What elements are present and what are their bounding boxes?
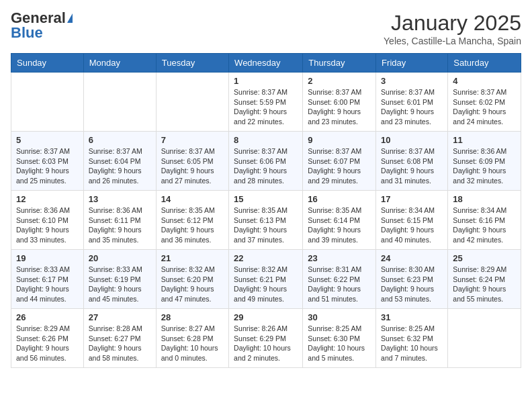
calendar-cell xyxy=(11,73,84,132)
calendar-cell: 1Sunrise: 8:37 AMSunset: 5:59 PMDaylight… xyxy=(229,73,303,132)
calendar-cell: 16Sunrise: 8:35 AMSunset: 6:14 PMDayligh… xyxy=(303,191,376,250)
calendar-cell: 28Sunrise: 8:27 AMSunset: 6:28 PMDayligh… xyxy=(156,309,228,368)
day-number: 8 xyxy=(234,135,298,145)
header-monday: Monday xyxy=(83,54,156,73)
day-info: Sunrise: 8:37 AMSunset: 6:08 PMDaylight:… xyxy=(381,146,443,186)
day-number: 4 xyxy=(453,76,516,86)
day-info: Sunrise: 8:37 AMSunset: 6:00 PMDaylight:… xyxy=(308,87,371,127)
day-number: 5 xyxy=(16,135,79,145)
day-info: Sunrise: 8:34 AMSunset: 6:15 PMDaylight:… xyxy=(381,205,443,245)
day-info: Sunrise: 8:29 AMSunset: 6:26 PMDaylight:… xyxy=(16,324,79,363)
day-info: Sunrise: 8:32 AMSunset: 6:20 PMDaylight:… xyxy=(161,265,224,304)
day-number: 1 xyxy=(234,76,298,86)
day-number: 11 xyxy=(453,135,516,145)
day-info: Sunrise: 8:29 AMSunset: 6:24 PMDaylight:… xyxy=(453,265,516,304)
day-number: 20 xyxy=(89,253,151,263)
calendar-cell: 29Sunrise: 8:26 AMSunset: 6:29 PMDayligh… xyxy=(229,309,303,368)
calendar-cell: 20Sunrise: 8:33 AMSunset: 6:19 PMDayligh… xyxy=(83,250,156,309)
week-row-4: 26Sunrise: 8:29 AMSunset: 6:26 PMDayligh… xyxy=(11,309,521,368)
calendar-cell xyxy=(448,309,521,368)
logo-icon xyxy=(67,13,73,23)
page-header: General Blue January 2025 Yeles, Castill… xyxy=(11,11,521,46)
day-info: Sunrise: 8:30 AMSunset: 6:23 PMDaylight:… xyxy=(381,265,443,304)
day-info: Sunrise: 8:37 AMSunset: 6:02 PMDaylight:… xyxy=(453,87,516,127)
day-number: 16 xyxy=(308,194,371,204)
week-row-0: 1Sunrise: 8:37 AMSunset: 5:59 PMDaylight… xyxy=(11,73,521,132)
day-number: 26 xyxy=(16,312,79,322)
calendar-cell: 21Sunrise: 8:32 AMSunset: 6:20 PMDayligh… xyxy=(156,250,228,309)
day-info: Sunrise: 8:36 AMSunset: 6:11 PMDaylight:… xyxy=(89,205,151,245)
week-row-3: 19Sunrise: 8:33 AMSunset: 6:17 PMDayligh… xyxy=(11,250,521,309)
calendar-cell: 23Sunrise: 8:31 AMSunset: 6:22 PMDayligh… xyxy=(303,250,376,309)
day-number: 2 xyxy=(308,76,371,86)
calendar-cell: 10Sunrise: 8:37 AMSunset: 6:08 PMDayligh… xyxy=(376,132,448,191)
calendar-cell: 12Sunrise: 8:36 AMSunset: 6:10 PMDayligh… xyxy=(11,191,84,250)
day-number: 25 xyxy=(453,253,516,263)
day-number: 24 xyxy=(381,253,443,263)
calendar-cell: 11Sunrise: 8:36 AMSunset: 6:09 PMDayligh… xyxy=(448,132,521,191)
calendar-cell: 4Sunrise: 8:37 AMSunset: 6:02 PMDaylight… xyxy=(448,73,521,132)
calendar-table: SundayMondayTuesdayWednesdayThursdayFrid… xyxy=(11,53,521,368)
calendar-cell: 15Sunrise: 8:35 AMSunset: 6:13 PMDayligh… xyxy=(229,191,303,250)
day-number: 30 xyxy=(308,312,371,322)
day-number: 13 xyxy=(89,194,151,204)
calendar-cell: 17Sunrise: 8:34 AMSunset: 6:15 PMDayligh… xyxy=(376,191,448,250)
day-info: Sunrise: 8:34 AMSunset: 6:16 PMDaylight:… xyxy=(453,205,516,245)
day-number: 3 xyxy=(381,76,443,86)
calendar-cell: 6Sunrise: 8:37 AMSunset: 6:04 PMDaylight… xyxy=(83,132,156,191)
calendar-cell: 9Sunrise: 8:37 AMSunset: 6:07 PMDaylight… xyxy=(303,132,376,191)
week-row-1: 5Sunrise: 8:37 AMSunset: 6:03 PMDaylight… xyxy=(11,132,521,191)
calendar-cell: 2Sunrise: 8:37 AMSunset: 6:00 PMDaylight… xyxy=(303,73,376,132)
day-info: Sunrise: 8:33 AMSunset: 6:17 PMDaylight:… xyxy=(16,265,79,304)
location-title: Yeles, Castille-La Mancha, Spain xyxy=(384,36,521,46)
logo-general: General xyxy=(11,11,66,26)
day-info: Sunrise: 8:37 AMSunset: 6:05 PMDaylight:… xyxy=(161,146,224,186)
header-friday: Friday xyxy=(376,54,448,73)
calendar-cell: 25Sunrise: 8:29 AMSunset: 6:24 PMDayligh… xyxy=(448,250,521,309)
calendar-cell: 14Sunrise: 8:35 AMSunset: 6:12 PMDayligh… xyxy=(156,191,228,250)
day-number: 18 xyxy=(453,194,516,204)
header-thursday: Thursday xyxy=(303,54,376,73)
day-number: 14 xyxy=(161,194,224,204)
calendar-cell: 18Sunrise: 8:34 AMSunset: 6:16 PMDayligh… xyxy=(448,191,521,250)
day-info: Sunrise: 8:37 AMSunset: 6:01 PMDaylight:… xyxy=(381,87,443,127)
day-number: 22 xyxy=(234,253,298,263)
header-wednesday: Wednesday xyxy=(229,54,303,73)
day-number: 27 xyxy=(89,312,151,322)
month-title: January 2025 xyxy=(384,11,521,36)
day-number: 17 xyxy=(381,194,443,204)
logo: General Blue xyxy=(11,11,73,40)
day-number: 10 xyxy=(381,135,443,145)
calendar-cell: 27Sunrise: 8:28 AMSunset: 6:27 PMDayligh… xyxy=(83,309,156,368)
calendar-cell: 13Sunrise: 8:36 AMSunset: 6:11 PMDayligh… xyxy=(83,191,156,250)
calendar-cell: 22Sunrise: 8:32 AMSunset: 6:21 PMDayligh… xyxy=(229,250,303,309)
day-info: Sunrise: 8:36 AMSunset: 6:09 PMDaylight:… xyxy=(453,146,516,186)
day-info: Sunrise: 8:33 AMSunset: 6:19 PMDaylight:… xyxy=(89,265,151,304)
day-info: Sunrise: 8:37 AMSunset: 6:04 PMDaylight:… xyxy=(89,146,151,186)
day-info: Sunrise: 8:31 AMSunset: 6:22 PMDaylight:… xyxy=(308,265,371,304)
calendar-cell xyxy=(83,73,156,132)
title-area: January 2025 Yeles, Castille-La Mancha, … xyxy=(384,11,521,46)
day-number: 23 xyxy=(308,253,371,263)
header-row: SundayMondayTuesdayWednesdayThursdayFrid… xyxy=(11,54,521,73)
day-info: Sunrise: 8:27 AMSunset: 6:28 PMDaylight:… xyxy=(161,324,224,363)
calendar-cell: 31Sunrise: 8:25 AMSunset: 6:32 PMDayligh… xyxy=(376,309,448,368)
calendar-cell: 3Sunrise: 8:37 AMSunset: 6:01 PMDaylight… xyxy=(376,73,448,132)
header-tuesday: Tuesday xyxy=(156,54,228,73)
calendar-cell: 24Sunrise: 8:30 AMSunset: 6:23 PMDayligh… xyxy=(376,250,448,309)
calendar-cell: 5Sunrise: 8:37 AMSunset: 6:03 PMDaylight… xyxy=(11,132,84,191)
calendar-cell: 19Sunrise: 8:33 AMSunset: 6:17 PMDayligh… xyxy=(11,250,84,309)
day-info: Sunrise: 8:37 AMSunset: 6:03 PMDaylight:… xyxy=(16,146,79,186)
day-number: 29 xyxy=(234,312,298,322)
day-number: 31 xyxy=(381,312,443,322)
day-info: Sunrise: 8:25 AMSunset: 6:30 PMDaylight:… xyxy=(308,324,371,363)
logo-blue: Blue xyxy=(11,26,43,40)
day-info: Sunrise: 8:25 AMSunset: 6:32 PMDaylight:… xyxy=(381,324,443,363)
day-info: Sunrise: 8:35 AMSunset: 6:13 PMDaylight:… xyxy=(234,205,298,245)
day-info: Sunrise: 8:37 AMSunset: 6:06 PMDaylight:… xyxy=(234,146,298,186)
day-number: 28 xyxy=(161,312,224,322)
header-sunday: Sunday xyxy=(11,54,84,73)
calendar-cell: 7Sunrise: 8:37 AMSunset: 6:05 PMDaylight… xyxy=(156,132,228,191)
calendar-cell: 8Sunrise: 8:37 AMSunset: 6:06 PMDaylight… xyxy=(229,132,303,191)
header-saturday: Saturday xyxy=(448,54,521,73)
